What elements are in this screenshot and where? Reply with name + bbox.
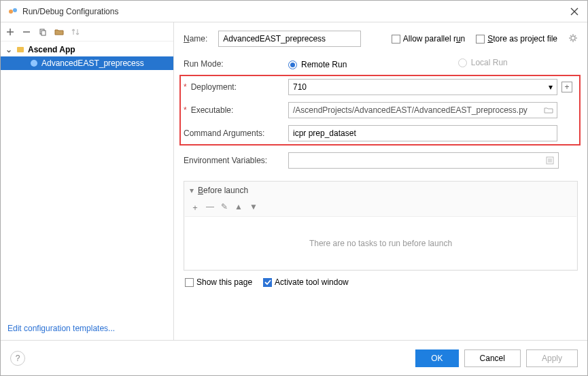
svg-rect-3: [41, 31, 46, 35]
store-as-project-label: Store as project file: [487, 34, 557, 44]
highlighted-fields: *Deployment: 710 ▾ + *Executable: /Ascen…: [179, 75, 581, 146]
name-label: Name:: [184, 34, 207, 44]
close-button[interactable]: [568, 5, 581, 18]
folder-icon[interactable]: [543, 105, 554, 116]
titlebar: Run/Debug Configurations: [1, 1, 587, 22]
right-panel: Name: Allow parallel run Store as projec…: [174, 22, 587, 340]
before-launch-section: ▾ Before launch ＋ — ✎ ▲ ▼ There are no t…: [184, 181, 578, 271]
remove-icon[interactable]: [21, 27, 32, 37]
list-icon[interactable]: [544, 155, 555, 166]
args-input[interactable]: [288, 125, 557, 141]
allow-parallel-label: Allow parallel run: [403, 34, 465, 44]
executable-label: Executable:: [191, 105, 234, 115]
edit-task-icon: ✎: [221, 202, 228, 213]
gear-icon[interactable]: [568, 33, 578, 45]
tree-item-advancedeast[interactable]: AdvancedEAST_preprecess: [1, 56, 173, 70]
activate-tool-label: Activate tool window: [275, 277, 349, 287]
add-deployment-button[interactable]: +: [561, 82, 572, 92]
checkmark-icon: [263, 278, 272, 287]
svg-point-5: [31, 60, 37, 67]
config-tree: ⌄ Ascend App AdvancedEAST_preprecess: [1, 41, 173, 317]
run-mode-label: Run Mode:: [184, 59, 224, 69]
allow-parallel-checkbox[interactable]: Allow parallel run: [392, 34, 465, 44]
store-as-project-checkbox[interactable]: Store as project file: [476, 34, 557, 44]
deployment-dropdown[interactable]: 710 ▾: [288, 79, 557, 95]
svg-rect-4: [17, 47, 24, 52]
run-mode-row: Remote Run Local Run: [288, 58, 559, 69]
app-icon: [7, 6, 18, 17]
remote-run-radio[interactable]: Remote Run: [288, 60, 347, 69]
before-launch-empty: There are no tasks to run before launch: [185, 216, 576, 269]
left-panel: ⌄ Ascend App AdvancedEAST_preprecess Edi…: [1, 22, 174, 340]
env-label: Environment Variables:: [184, 156, 267, 165]
executable-input[interactable]: /AscendProjects/AdvancedEAST/AdvancedEAS…: [288, 102, 557, 118]
run-config-icon: [29, 58, 39, 68]
tree-item-label: AdvancedEAST_preprecess: [41, 58, 144, 68]
move-down-icon: ▼: [249, 202, 258, 213]
local-run-label: Local Run: [471, 58, 508, 67]
sort-icon[interactable]: [70, 27, 81, 37]
cancel-button[interactable]: Cancel: [464, 349, 521, 367]
apply-button: Apply: [526, 349, 578, 367]
activate-tool-window-checkbox[interactable]: Activate tool window: [263, 277, 349, 287]
remote-run-label: Remote Run: [301, 60, 347, 69]
deployment-value: 710: [293, 82, 307, 92]
dialog-footer: ? OK Cancel Apply: [1, 340, 587, 375]
chevron-down-icon: ▾: [549, 82, 553, 92]
window-title: Run/Debug Configurations: [22, 7, 568, 16]
group-icon: [16, 45, 25, 54]
env-input[interactable]: [288, 152, 559, 169]
args-label: Command Arguments:: [184, 129, 264, 138]
chevron-down-icon: ⌄: [5, 45, 13, 54]
edit-templates-link[interactable]: Edit configuration templates...: [7, 324, 115, 333]
tree-group-ascend-app[interactable]: ⌄ Ascend App: [1, 43, 173, 56]
help-button[interactable]: ?: [10, 351, 25, 366]
config-toolbar: [1, 22, 173, 41]
remove-task-icon: —: [206, 202, 214, 213]
name-input[interactable]: [218, 31, 361, 47]
local-run-radio: Local Run: [458, 58, 508, 67]
ok-button[interactable]: OK: [415, 349, 458, 367]
tree-group-label: Ascend App: [28, 45, 75, 54]
add-icon[interactable]: [5, 27, 16, 37]
copy-icon[interactable]: [37, 27, 48, 37]
svg-point-6: [571, 36, 575, 40]
svg-point-1: [13, 8, 17, 12]
show-this-page-label: Show this page: [196, 277, 252, 287]
show-this-page-checkbox[interactable]: Show this page: [185, 277, 252, 287]
folder-icon[interactable]: [54, 27, 65, 37]
before-launch-title: Before launch: [198, 186, 248, 195]
chevron-down-icon[interactable]: ▾: [190, 186, 194, 195]
add-task-icon[interactable]: ＋: [191, 202, 199, 213]
executable-value: /AscendProjects/AdvancedEAST/AdvancedEAS…: [293, 105, 543, 115]
move-up-icon: ▲: [235, 202, 243, 213]
deployment-label: Deployment:: [191, 82, 237, 92]
svg-point-0: [9, 10, 13, 14]
